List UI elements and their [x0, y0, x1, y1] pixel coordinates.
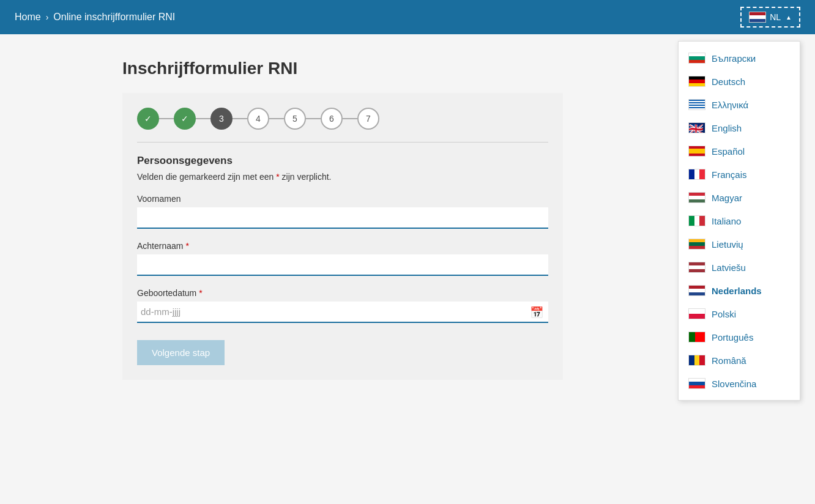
breadcrumb-separator: › [46, 12, 49, 22]
lang-label-hu: Magyar [712, 193, 742, 203]
required-note-suffix: zijn verplicht. [280, 172, 332, 182]
flag-de-icon [688, 76, 705, 87]
required-note-prefix: Velden die gemarkeerd zijn met een [137, 172, 276, 182]
lang-label-nl: Nederlands [712, 286, 762, 296]
step-line-5 [306, 118, 321, 119]
lang-label-ro: Română [712, 355, 746, 366]
lang-label-lv: Latviešu [712, 262, 746, 273]
lang-item-ro[interactable]: Română [679, 349, 800, 372]
lang-label-en: English [712, 123, 742, 133]
field-geboortedatum: Geboortedatum * 📅 [137, 288, 548, 323]
step-2-check-icon: ✓ [181, 114, 188, 124]
flag-es-icon [688, 146, 705, 157]
lang-label-lt: Lietuvių [712, 239, 743, 250]
flag-it-icon [688, 215, 705, 226]
step-7[interactable]: 7 [357, 108, 379, 130]
lang-item-it[interactable]: Italiano [679, 209, 800, 232]
step-7-label: 7 [366, 114, 371, 124]
flag-gr-icon [688, 99, 705, 110]
lang-item-pl[interactable]: Polski [679, 302, 800, 325]
calendar-icon[interactable]: 📅 [530, 306, 543, 319]
lang-item-bg[interactable]: Български [679, 46, 800, 70]
lang-item-fr[interactable]: Français [679, 163, 800, 186]
lang-item-pt[interactable]: Português [679, 325, 800, 349]
date-wrapper: 📅 [137, 302, 548, 323]
field-voornamen: Voornamen [137, 194, 548, 229]
breadcrumb-current: Online inschrijfformulier RNI [53, 12, 175, 23]
lang-current-label: NL [770, 12, 781, 22]
input-achternaam[interactable] [137, 254, 548, 276]
flag-hu-icon [688, 192, 705, 203]
flag-nl-icon [688, 285, 705, 296]
lang-item-en[interactable]: English [679, 116, 800, 139]
step-4[interactable]: 4 [247, 108, 269, 130]
lang-item-sk[interactable]: Slovenčina [679, 372, 800, 395]
step-3[interactable]: 3 [210, 108, 233, 130]
next-button[interactable]: Volgende stap [137, 340, 225, 365]
lang-label-el: Ελληνικά [712, 100, 748, 110]
input-voornamen[interactable] [137, 207, 548, 229]
lang-label-de: Deutsch [712, 76, 745, 87]
section-title: Persoonsgegevens [137, 155, 548, 167]
flag-lt-icon [688, 239, 705, 250]
flag-bg-icon [688, 53, 705, 64]
lang-label-es: Español [712, 146, 745, 157]
header: Home › Online inschrijfformulier RNI NL … [0, 0, 815, 34]
label-achternaam: Achternaam * [137, 241, 548, 251]
lang-label-it: Italiano [712, 216, 741, 226]
language-dropdown: Български Deutsch Ελληνικά English Españ… [678, 41, 800, 401]
step-5-label: 5 [292, 114, 297, 124]
lang-label-pl: Polski [712, 309, 736, 319]
step-2[interactable]: ✓ [174, 108, 196, 130]
flag-pl-icon [688, 308, 705, 319]
lang-item-hu[interactable]: Magyar [679, 186, 800, 209]
breadcrumb-home[interactable]: Home [15, 12, 41, 23]
step-indicator: ✓ ✓ 3 4 5 6 7 [137, 108, 548, 130]
flag-ro-icon [688, 355, 705, 366]
required-note: Velden die gemarkeerd zijn met een * zij… [137, 172, 548, 182]
lang-label-fr: Français [712, 169, 747, 180]
step-4-label: 4 [256, 114, 261, 124]
label-voornamen: Voornamen [137, 194, 548, 204]
step-line-4 [269, 118, 284, 119]
label-geboortedatum: Geboortedatum * [137, 288, 548, 298]
page-title: Inschrijfformulier RNI [122, 59, 693, 78]
nl-flag-icon [749, 12, 766, 23]
lang-item-lt[interactable]: Lietuvių [679, 232, 800, 256]
step-6-label: 6 [329, 114, 334, 124]
step-1-check-icon: ✓ [144, 114, 152, 124]
lang-item-el[interactable]: Ελληνικά [679, 93, 800, 116]
flag-sk-icon [688, 378, 705, 389]
flag-lv-icon [688, 262, 705, 273]
flag-fr-icon [688, 169, 705, 180]
lang-item-nl[interactable]: Nederlands [679, 279, 800, 302]
step-5[interactable]: 5 [284, 108, 306, 130]
field-achternaam: Achternaam * [137, 241, 548, 276]
step-6[interactable]: 6 [321, 108, 343, 130]
step-1[interactable]: ✓ [137, 108, 159, 130]
step-line-6 [343, 118, 357, 119]
step-line-2 [196, 118, 210, 119]
lang-label-pt: Português [712, 332, 753, 343]
step-line-1 [159, 118, 174, 119]
language-button[interactable]: NL ▲ [740, 7, 800, 28]
lang-item-lv[interactable]: Latviešu [679, 256, 800, 279]
flag-gb-icon [688, 122, 705, 133]
lang-label-sk: Slovenčina [712, 379, 756, 389]
lang-label-bg: Български [712, 53, 756, 64]
form-card: ✓ ✓ 3 4 5 6 7 [122, 93, 563, 380]
step-divider [137, 142, 548, 143]
input-geboortedatum[interactable] [137, 302, 548, 323]
step-3-label: 3 [219, 114, 224, 124]
breadcrumb: Home › Online inschrijfformulier RNI [15, 12, 175, 23]
step-line-3 [233, 118, 247, 119]
lang-item-es[interactable]: Español [679, 139, 800, 163]
chevron-up-icon: ▲ [786, 14, 792, 21]
lang-item-de[interactable]: Deutsch [679, 70, 800, 93]
flag-pt-icon [688, 332, 705, 343]
